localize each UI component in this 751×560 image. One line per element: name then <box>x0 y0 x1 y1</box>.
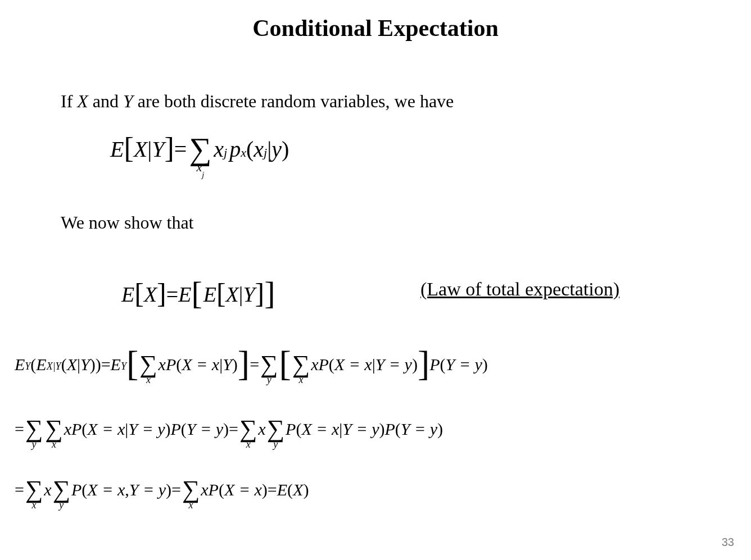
intro-y: Y <box>123 91 133 111</box>
d2-rp2: ) <box>223 420 229 439</box>
d3-Xeqx: X = x <box>87 480 125 499</box>
d2-eq2: = <box>229 420 238 439</box>
d1-EY: E <box>15 355 25 374</box>
d2-eq1: = <box>15 420 24 439</box>
eq1-equals: = <box>174 136 187 162</box>
eq2-E1: E <box>121 282 134 307</box>
d2-xP: xP <box>64 420 82 439</box>
eq1-rp: ) <box>282 136 289 162</box>
eq1-lp: ( <box>246 136 254 162</box>
d2-sigma2sub: x <box>52 439 56 450</box>
d3-sigma3: ∑x <box>182 477 200 502</box>
d1-rp3: ) <box>232 355 238 374</box>
intro-suffix: are both discrete random variables, we h… <box>133 91 454 111</box>
slide: Conditional Expectation If X and Y are b… <box>0 0 751 560</box>
d3-sigma2sub: y <box>59 499 64 511</box>
d2-P3: P <box>385 420 395 439</box>
d1-Ysub2: Y <box>121 361 126 372</box>
eq2-lb1: [ <box>134 277 144 309</box>
d2-sigma1sub: y <box>32 439 37 450</box>
eq1-xj-x: x <box>214 136 224 162</box>
eq1-sigma-sub-j: j <box>202 171 204 179</box>
eq1-lbracket: [ <box>124 131 133 165</box>
d2-lp2: ( <box>181 420 187 439</box>
d1-eq2: = <box>250 355 259 374</box>
d1-sigma2sub: y <box>267 374 272 386</box>
d3-sigma2: ∑y <box>53 477 70 502</box>
d2-sigma2: ∑x <box>45 417 62 441</box>
d2-Yeqy: Y = y <box>128 420 165 439</box>
d1-rbr: ] <box>238 347 250 380</box>
d3-eq3: = <box>268 480 277 499</box>
d1-EXY: E <box>36 355 46 374</box>
d3-eq2: = <box>171 480 181 499</box>
derivation-line-1: EY ( EX|Y ( X | Y )) = EY [ ∑x xP ( X = … <box>15 348 488 381</box>
eq1-p-sub: x <box>241 145 246 160</box>
eq1-arg-bar: | <box>267 136 272 162</box>
intro-prefix: If <box>61 91 77 111</box>
d3-lp2: ( <box>219 480 224 499</box>
eq2-rb1: ] <box>157 277 166 309</box>
d2-Yeqy4: Y = y <box>401 420 437 439</box>
d1-lp2: ( <box>61 355 67 374</box>
d1-lbr: [ <box>126 347 138 380</box>
d2-lp3: ( <box>296 420 301 439</box>
d3-Xeqx2: X = x <box>224 480 262 499</box>
d2-Xeqx2: X = x <box>301 420 339 439</box>
derivation-line-3: = ∑x x ∑y P ( X = x , Y = y ) = ∑x xP ( … <box>15 477 309 502</box>
d1-sigma2: ∑y <box>260 352 278 377</box>
eq1-sigma: ∑ xj <box>189 133 211 165</box>
d3-rp3: ) <box>303 480 309 499</box>
eq2-E2: E <box>178 282 191 307</box>
d2-P2: P <box>286 420 296 439</box>
intro-mid: and <box>88 91 123 111</box>
eq1-arg-j: j <box>264 145 267 160</box>
d1-Ysub: Y <box>25 361 30 372</box>
d3-eq1: = <box>15 480 24 499</box>
d3-X: X <box>293 480 303 499</box>
eq1-p: p <box>229 136 241 162</box>
eq2-eq: = <box>166 282 178 307</box>
eq2-E3: E <box>203 282 216 307</box>
intro-x: X <box>77 91 88 111</box>
page-number: 33 <box>722 536 734 549</box>
d1-lp1: ( <box>30 355 36 374</box>
d2-rp4: ) <box>437 420 443 439</box>
law-of-total-expectation-label: (Law of total expectation) <box>420 279 619 300</box>
d1-eq1: = <box>101 355 111 374</box>
d1-Yeqy: Y = y <box>376 355 412 374</box>
eq1-X: X <box>134 136 147 162</box>
d1-P: P <box>429 355 440 374</box>
eq2-rb2: ] <box>264 274 275 312</box>
eq2-rb3: ] <box>255 277 265 309</box>
eq1-xj-j: j <box>224 145 227 160</box>
d1-Xeqx2: X = x <box>334 355 372 374</box>
d2-sigma3: ∑x <box>239 417 257 441</box>
d2-Xeqx: X = x <box>87 420 125 439</box>
d3-sigma1: ∑x <box>25 477 43 502</box>
equation-law-of-total-expectation: E [ X ] = E [ E [ X | Y ] ] <box>121 275 275 313</box>
d1-rp4: ) <box>412 355 418 374</box>
d3-xP: xP <box>201 480 219 499</box>
d3-Yeqy: Y = y <box>129 480 166 499</box>
eq1-rbracket: ] <box>164 131 174 165</box>
d1-rp5: ) <box>482 355 488 374</box>
d1-lbr2: [ <box>279 347 291 380</box>
d2-rp1: ) <box>165 420 170 439</box>
eq1-Y: Y <box>152 136 164 162</box>
d2-sigma1: ∑y <box>25 417 43 441</box>
eq2-X2: X <box>226 282 239 307</box>
d1-sigma1sub: x <box>146 374 151 386</box>
derivation-line-2: = ∑y ∑x xP ( X = x | Y = y ) P ( Y = y )… <box>15 417 443 441</box>
equation-conditional-expectation-definition: E [ X | Y ] = ∑ xj xj px ( xj | y ) <box>110 133 289 166</box>
d1-Y: Y <box>80 355 90 374</box>
d1-xP2: xP <box>311 355 329 374</box>
d2-lp4: ( <box>395 420 401 439</box>
d1-xP: xP <box>159 355 177 374</box>
eq1-arg-y: y <box>272 136 282 162</box>
d1-sigma3: ∑x <box>292 352 310 377</box>
d3-sigma3sub: x <box>189 499 193 511</box>
d1-lp3: ( <box>176 355 182 374</box>
d3-lp3: ( <box>287 480 293 499</box>
d1-sigma3sub: x <box>298 374 303 386</box>
